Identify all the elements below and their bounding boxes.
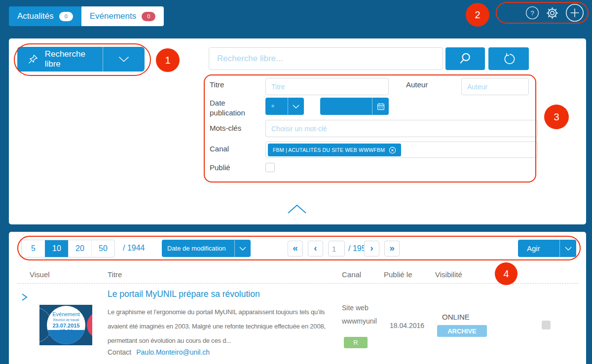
page-size-5[interactable]: 5 (22, 240, 45, 257)
page-count: / 195 (348, 244, 366, 253)
previous-page-button[interactable]: ‹ (308, 241, 323, 256)
description-line: Le graphisme et l’ergonomie du portail M… (108, 305, 326, 319)
remove-tag-icon[interactable] (389, 146, 396, 154)
annotation-circle-4: 4 (495, 262, 518, 285)
column-header-titre: Titre (108, 270, 122, 279)
calendar-icon (372, 102, 389, 111)
chevron-down-icon (235, 247, 251, 251)
saved-search-label: Recherche libre (45, 49, 103, 69)
settings-button[interactable] (546, 6, 559, 20)
page-size-50[interactable]: 50 (91, 240, 114, 257)
gear-icon (546, 6, 559, 20)
total-results-count: / 1944 (123, 244, 145, 253)
collapse-filters-button[interactable] (287, 204, 307, 216)
publie-checkbox[interactable] (265, 163, 275, 172)
row-published-date: 18.04.2016 (390, 322, 424, 329)
thumbnail-decoration-red-circle (87, 311, 92, 339)
thumbnail-badge: Evénement Réunion de travail 23.07.2015 … (47, 306, 85, 344)
archive-badge[interactable]: ARCHIVE (437, 325, 487, 337)
auteur-label: Auteur (406, 80, 428, 90)
row-visibility-status: ONLINE (442, 313, 470, 321)
thumbnail-type-label: Evénement (47, 311, 85, 317)
actions-dropdown[interactable]: Agir (518, 240, 576, 257)
sort-dropdown[interactable]: Date de modification (162, 240, 251, 257)
date-publication-label: Date publication (210, 98, 252, 118)
sort-label: Date de modification (162, 245, 234, 252)
row-thumbnail[interactable]: Evénement Réunion de travail 23.07.2015 … (39, 305, 92, 345)
tab-evenements[interactable]: Evénements 0 (81, 6, 164, 26)
date-publication-input[interactable] (320, 98, 389, 115)
chevron-right-icon (21, 293, 28, 301)
first-page-button[interactable]: « (288, 241, 303, 256)
column-header-visibilite: Visibilité (435, 270, 462, 279)
canal-r-badge: R (344, 337, 368, 348)
page-number-input[interactable] (328, 241, 345, 256)
saved-search-button[interactable]: Recherche libre (17, 49, 103, 69)
tab-actualites-count-badge: 0 (59, 12, 73, 21)
contact-email-link[interactable]: Paulo.Monteiro@unil.ch (136, 348, 210, 356)
tab-evenements-label: Evénements (90, 11, 137, 21)
reset-icon (502, 52, 516, 66)
last-page-button[interactable]: » (384, 241, 400, 256)
page-size-selector: 5 10 20 50 (21, 240, 115, 257)
header-action-icons: ? (496, 2, 589, 24)
thumbnail-subtitle: Réunion de travail (47, 318, 85, 322)
free-search-input[interactable] (209, 47, 443, 70)
description-line: permettant son évolution au cours de ces… (108, 333, 326, 348)
expand-row-button[interactable] (21, 293, 28, 303)
row-canal-line1: Site web (342, 304, 369, 312)
mots-cles-input[interactable] (265, 120, 538, 137)
app-root: Actualités 0 Evénements 0 ? (0, 0, 592, 364)
search-filter-panel: Recherche libre Titre Auteu (9, 38, 586, 224)
row-canal-line2: wwwmyunil (342, 317, 377, 325)
pushpin-icon (27, 53, 39, 65)
column-header-visuel: Visuel (30, 270, 50, 279)
page-size-20[interactable]: 20 (68, 240, 91, 257)
canal-input[interactable]: FBM | ACUTALITÉS DU SITE WEB WWWFBM (265, 142, 538, 158)
help-icon: ? (525, 6, 539, 20)
canal-tag-label: FBM | ACUTALITÉS DU SITE WEB WWWFBM (273, 147, 385, 153)
chevron-down-icon (560, 247, 576, 251)
mots-cles-label: Mots-clés (210, 123, 241, 133)
search-icon (458, 51, 473, 66)
reset-search-button[interactable] (488, 47, 529, 70)
row-title-link[interactable]: Le portail MyUNIL prépare sa révolution (108, 289, 260, 299)
next-page-button[interactable]: › (364, 241, 379, 256)
add-button[interactable] (565, 3, 584, 22)
saved-search-caret-button[interactable] (103, 56, 145, 62)
annotation-circle-1: 1 (156, 48, 180, 72)
row-contact: Contact Paulo.Monteiro@unil.ch (108, 348, 210, 356)
chevron-up-icon (287, 204, 307, 214)
annotation-circle-3: 3 (544, 105, 569, 129)
help-button[interactable]: ? (525, 6, 539, 20)
tab-actualites-label: Actualités (17, 11, 54, 21)
description-line: avaient été imaginés en 2003. Malgré une… (108, 319, 326, 333)
page-size-10[interactable]: 10 (45, 240, 68, 257)
date-operator-select[interactable]: = (265, 98, 304, 115)
header-separator (17, 283, 578, 284)
chevron-down-icon (288, 105, 304, 109)
tab-actualites[interactable]: Actualités 0 (9, 6, 81, 26)
row-select-checkbox[interactable] (542, 321, 551, 329)
column-header-canal: Canal (342, 270, 361, 279)
svg-text:?: ? (530, 9, 534, 17)
column-header-publie-le: Publié le (384, 270, 412, 279)
chevron-down-icon (118, 56, 129, 62)
saved-search-dropdown: Recherche libre (17, 47, 145, 72)
titre-label: Titre (210, 80, 224, 90)
plus-icon (565, 3, 584, 22)
tab-evenements-count-badge: 0 (142, 12, 155, 21)
contact-label: Contact (108, 348, 131, 356)
canal-tag: FBM | ACUTALITÉS DU SITE WEB WWWFBM (268, 144, 401, 156)
publie-label: Publié (210, 163, 230, 173)
search-button[interactable] (445, 47, 485, 70)
actions-label: Agir (518, 244, 559, 253)
annotation-circle-2: 2 (466, 3, 489, 27)
titre-input[interactable] (265, 78, 389, 95)
canal-label: Canal (210, 144, 229, 154)
auteur-input[interactable] (461, 78, 529, 95)
content-tabs: Actualités 0 Evénements 0 (9, 6, 164, 26)
thumbnail-bottom-band (47, 330, 85, 344)
results-panel: 5 10 20 50 / 1944 Date de modification «… (9, 232, 586, 364)
date-operator-value: = (265, 104, 288, 109)
